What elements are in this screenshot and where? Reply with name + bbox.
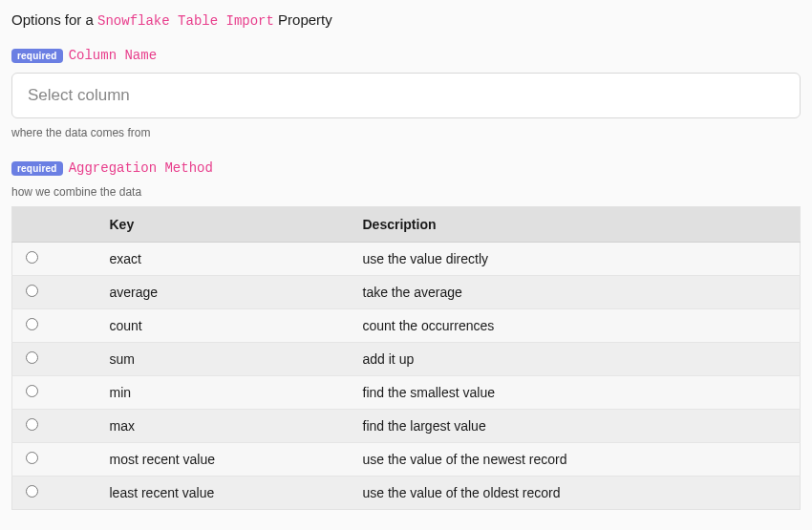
table-header-description: Description [352,207,801,243]
aggregation-key: most recent value [98,443,352,477]
table-row: most recent valueuse the value of the ne… [12,443,801,477]
aggregation-section: required Aggregation Method how we combi… [11,160,801,510]
table-row: averagetake the average [12,276,801,309]
aggregation-key: count [98,309,352,343]
aggregation-help: how we combine the data [11,185,801,199]
aggregation-label: Aggregation Method [69,160,213,176]
table-row: least recent valueuse the value of the o… [12,477,801,510]
aggregation-radio[interactable] [26,318,38,330]
aggregation-radio[interactable] [26,251,38,264]
required-badge: required [11,161,63,176]
table-row: sumadd it up [12,343,801,376]
radio-cell [12,443,98,477]
aggregation-key: exact [98,243,352,276]
table-row: minfind the smallest value [12,376,801,410]
radio-cell [12,410,98,443]
aggregation-description: add it up [352,343,801,376]
aggregation-header: required Aggregation Method [11,160,801,176]
radio-cell [12,477,98,510]
aggregation-description: use the value of the oldest record [352,477,801,510]
aggregation-radio[interactable] [26,452,38,464]
aggregation-key: sum [98,343,352,376]
required-badge: required [11,49,63,63]
aggregation-description: find the smallest value [352,376,801,410]
column-name-header: required Column Name [11,48,801,63]
column-name-help: where the data comes from [11,126,801,139]
aggregation-table: Key Description exactuse the value direc… [11,206,801,510]
aggregation-key: max [98,410,352,443]
aggregation-radio[interactable] [26,485,38,498]
aggregation-key: least recent value [98,477,352,510]
aggregation-description: use the value of the newest record [352,443,801,477]
column-name-label: Column Name [69,48,157,63]
column-select-input[interactable]: Select column [11,73,801,118]
aggregation-radio[interactable] [26,385,38,397]
aggregation-description: find the largest value [352,410,801,443]
table-row: countcount the occurrences [12,309,801,343]
aggregation-radio[interactable] [26,351,38,364]
radio-cell [12,276,98,309]
title-prefix: Options for a [11,11,94,28]
aggregation-description: use the value directly [352,243,801,276]
radio-cell [12,309,98,343]
page-title: Options for a Snowflake Table Import Pro… [11,11,801,29]
radio-cell [12,343,98,376]
table-header-key: Key [98,207,352,243]
title-suffix: Property [278,11,332,28]
aggregation-key: average [98,276,352,309]
aggregation-key: min [98,376,352,410]
table-row: exactuse the value directly [12,243,801,276]
table-row: maxfind the largest value [12,410,801,443]
aggregation-description: take the average [352,276,801,309]
aggregation-description: count the occurrences [352,309,801,343]
table-header-empty [12,207,98,243]
radio-cell [12,376,98,410]
aggregation-radio[interactable] [26,418,38,431]
radio-cell [12,243,98,276]
aggregation-radio[interactable] [26,285,38,297]
column-name-section: required Column Name Select column where… [11,48,801,139]
title-code: Snowflake Table Import [97,13,274,29]
